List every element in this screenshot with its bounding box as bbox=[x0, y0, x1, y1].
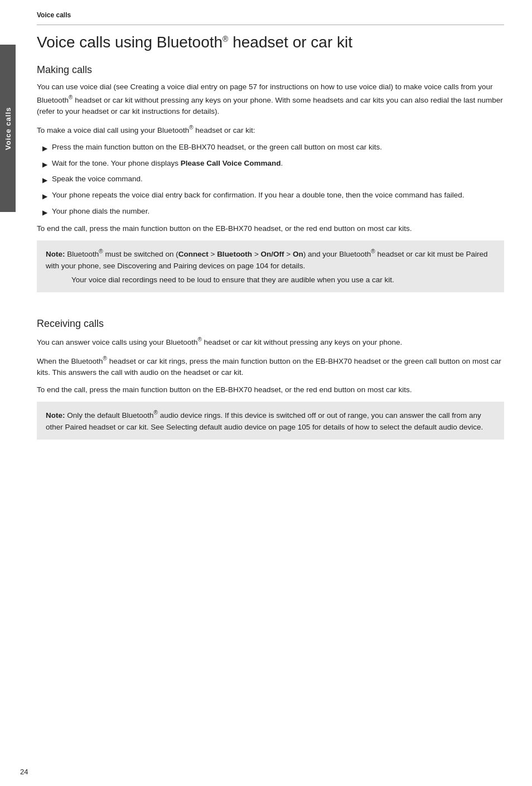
bullet-item: ▶ Speak the voice command. bbox=[42, 173, 504, 186]
section-heading-receiving-calls: Receiving calls bbox=[37, 318, 504, 330]
bullet-item: ▶ Your phone dials the number. bbox=[42, 206, 504, 218]
note-indent: Your voice dial recordings need to be lo… bbox=[71, 274, 495, 286]
bullet-arrow-icon: ▶ bbox=[42, 160, 47, 170]
bullet-text: Wait for the tone. Your phone displays P… bbox=[52, 158, 504, 170]
bullet-arrow-icon: ▶ bbox=[42, 175, 47, 186]
bullet-text: Your phone dials the number. bbox=[52, 206, 504, 218]
bullet-text: Press the main function button on the EB… bbox=[52, 142, 504, 153]
receiving-calls-para2: When the Bluetooth® headset or car kit r… bbox=[37, 354, 504, 379]
top-rule bbox=[37, 25, 504, 25]
note-label: Note: bbox=[46, 250, 65, 258]
breadcrumb: Voice calls bbox=[37, 11, 504, 19]
page-number: 24 bbox=[20, 768, 28, 776]
making-calls-after-bullets: To end the call, press the main function… bbox=[37, 223, 504, 235]
bullet-arrow-icon: ▶ bbox=[42, 191, 47, 202]
bullet-item: ▶ Press the main function button on the … bbox=[42, 142, 504, 154]
bullet-arrow-icon: ▶ bbox=[42, 208, 47, 218]
section-gap bbox=[37, 303, 504, 314]
page-title: Voice calls using Bluetooth® headset or … bbox=[37, 33, 504, 52]
receiving-calls-note: Note: Only the default Bluetooth® audio … bbox=[37, 402, 504, 440]
note-label: Note: bbox=[46, 411, 65, 419]
making-calls-note: Note: Bluetooth® must be switched on (Co… bbox=[37, 240, 504, 292]
bullet-text: Speak the voice command. bbox=[52, 173, 504, 185]
receiving-calls-para3: To end the call, press the main function… bbox=[37, 384, 504, 396]
making-calls-bullets: ▶ Press the main function button on the … bbox=[42, 142, 504, 218]
bullet-item: ▶ Wait for the tone. Your phone displays… bbox=[42, 158, 504, 170]
page-container: Voice calls Voice calls Voice calls usin… bbox=[0, 0, 532, 786]
making-calls-para1: You can use voice dial (see Creating a v… bbox=[37, 81, 504, 118]
sidebar-label: Voice calls bbox=[0, 45, 16, 212]
main-content: Voice calls Voice calls using Bluetooth®… bbox=[20, 0, 532, 786]
receiving-calls-para1: You can answer voice calls using your Bl… bbox=[37, 335, 504, 348]
making-calls-para2: To make a voice dial call using your Blu… bbox=[37, 123, 504, 136]
bullet-arrow-icon: ▶ bbox=[42, 143, 47, 154]
bullet-item: ▶ Your phone repeats the voice dial entr… bbox=[42, 190, 504, 202]
bullet-text: Your phone repeats the voice dial entry … bbox=[52, 190, 504, 201]
section-heading-making-calls: Making calls bbox=[37, 64, 504, 76]
